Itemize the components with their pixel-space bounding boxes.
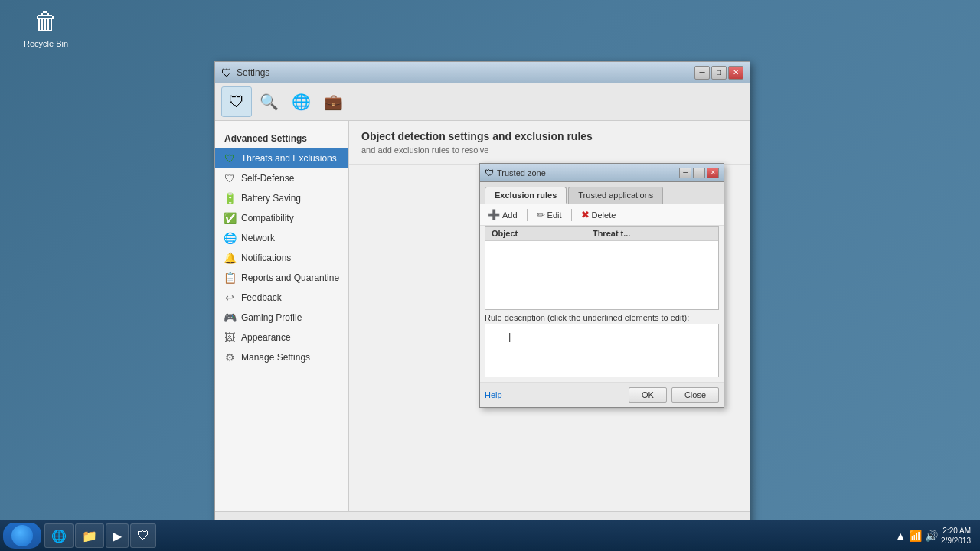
object-column-header: Object	[485, 227, 586, 241]
delete-button[interactable]: ✖ Delete	[578, 207, 619, 222]
sidebar-item-label: Notifications	[241, 253, 291, 263]
clock-time: 2:20 AM	[941, 526, 971, 536]
feedback-icon: ↩	[223, 292, 237, 304]
edit-icon: ✏	[537, 209, 545, 220]
settings-nav: Advanced Settings 🛡 Threats and Exclusio…	[215, 121, 349, 511]
exclusion-rules-table: Object Threat t...	[485, 226, 719, 310]
toolbar-shield-button[interactable]: 🛡	[221, 86, 252, 117]
settings-main: Object detection settings and exclusion …	[349, 121, 750, 511]
add-button[interactable]: ➕ Add	[485, 207, 521, 222]
dialog-help-link[interactable]: Help	[485, 390, 502, 399]
settings-header: Object detection settings and exclusion …	[349, 121, 750, 165]
taskbar-kaspersky[interactable]: 🛡	[130, 523, 156, 548]
taskbar-media[interactable]: ▶	[106, 523, 129, 548]
settings-toolbar: 🛡 🔍 🌐 💼	[215, 83, 750, 121]
appear-icon: 🖼	[223, 331, 237, 344]
settings-title-text: Settings	[237, 67, 694, 78]
network-icon: 🌐	[223, 232, 237, 244]
window-controls: ─ □ ✕	[694, 66, 743, 80]
reports-icon: 📋	[223, 272, 237, 284]
dialog-ok-button[interactable]: OK	[629, 387, 667, 403]
sidebar-item-notifications[interactable]: 🔔 Notifications	[215, 248, 348, 268]
sidebar-item-label: Reports and Quarantine	[241, 272, 339, 283]
rule-description-label: Rule description (click the underlined e…	[480, 310, 724, 324]
kaspersky-icon: 🛡	[137, 529, 149, 543]
sidebar-item-gaming[interactable]: 🎮 Gaming Profile	[215, 308, 348, 328]
dialog-action-toolbar: ➕ Add ✏ Edit ✖ Delete	[480, 204, 724, 226]
settings-titlebar: 🛡 Settings ─ □ ✕	[215, 62, 750, 83]
battery-icon: 🔋	[223, 192, 237, 204]
sidebar-item-reports[interactable]: 📋 Reports and Quarantine	[215, 268, 348, 288]
taskbar-ie[interactable]: 🌐	[44, 523, 74, 548]
text-cursor: |	[508, 331, 511, 342]
dialog-tabs: Exclusion rules Trusted applications	[480, 182, 724, 204]
settings-page-desc: and add exclusion rules to resolve	[361, 145, 737, 155]
dialog-close-dialog-button[interactable]: Close	[671, 387, 719, 403]
rule-description-box[interactable]: |	[485, 324, 719, 377]
system-clock[interactable]: 2:20 AM 2/9/2013	[941, 526, 971, 546]
sidebar-item-label: Compatibility	[241, 213, 294, 223]
taskbar-folder[interactable]: 📁	[75, 523, 104, 548]
table-empty-row	[485, 241, 718, 302]
settings-title-icon: 🛡	[221, 67, 232, 79]
sidebar-item-label: Feedback	[241, 292, 282, 303]
sidebar-item-threats[interactable]: 🛡 Threats and Exclusions	[215, 148, 348, 168]
sidebar-item-network[interactable]: 🌐 Network	[215, 228, 348, 248]
settings-content: Advanced Settings 🛡 Threats and Exclusio…	[215, 121, 750, 511]
tray-expand-icon[interactable]: ▲	[895, 530, 906, 542]
desktop: 🗑 Recycle Bin 🛡 Settings ─ □ ✕ 🛡 🔍 🌐 💼 A	[0, 0, 980, 551]
sidebar-item-label: Appearance	[241, 332, 291, 343]
ie-icon: 🌐	[51, 529, 67, 543]
sidebar-item-compatibility[interactable]: ✅ Compatibility	[215, 208, 348, 228]
recycle-bin-icon: 🗑	[34, 8, 58, 36]
taskbar: 🌐 📁 ▶ 🛡 ▲ 📶 🔊 2:20 AM 2/9/2013	[0, 520, 980, 551]
recycle-bin[interactable]: 🗑 Recycle Bin	[23, 8, 69, 48]
sidebar-item-battery[interactable]: 🔋 Battery Saving	[215, 188, 348, 208]
maximize-button[interactable]: □	[711, 66, 727, 80]
sidebar-item-label: Self-Defense	[241, 173, 294, 184]
sidebar-item-label: Threats and Exclusions	[241, 153, 337, 164]
taskbar-items: 🌐 📁 ▶ 🛡	[44, 523, 889, 548]
start-button[interactable]	[3, 523, 41, 549]
separator2	[571, 209, 572, 221]
dialog-title-text: Trusted zone	[497, 168, 679, 178]
toolbar-scan-button[interactable]: 🔍	[253, 86, 284, 117]
dialog-titlebar: 🛡 Trusted zone ─ □ ✕	[480, 164, 724, 182]
separator	[527, 209, 528, 221]
edit-button[interactable]: ✏ Edit	[534, 207, 565, 222]
nav-section-title: Advanced Settings	[215, 127, 348, 148]
sidebar-item-label: Manage Settings	[241, 352, 310, 363]
threat-column-header: Threat t...	[586, 227, 718, 241]
dialog-minimize-button[interactable]: ─	[679, 168, 691, 178]
compat-icon: ✅	[223, 212, 237, 224]
dialog-maximize-button[interactable]: □	[693, 168, 705, 178]
trusted-zone-dialog: 🛡 Trusted zone ─ □ ✕ Exclusion rules Tru…	[479, 163, 724, 408]
toolbar-license-button[interactable]: 💼	[318, 86, 348, 117]
dialog-title-icon: 🛡	[485, 168, 494, 178]
add-icon: ➕	[488, 209, 500, 220]
tray-network-icon[interactable]: 📶	[909, 530, 922, 542]
sidebar-item-selfdefense[interactable]: 🛡 Self-Defense	[215, 168, 348, 188]
rules-table: Object Threat t...	[485, 227, 718, 302]
tab-exclusion-rules[interactable]: Exclusion rules	[485, 187, 567, 204]
shield-icon: 🛡	[223, 152, 237, 165]
toolbar-update-button[interactable]: 🌐	[286, 86, 316, 117]
tray-volume-icon[interactable]: 🔊	[925, 530, 938, 542]
sidebar-item-feedback[interactable]: ↩ Feedback	[215, 288, 348, 308]
media-icon: ▶	[113, 529, 122, 543]
settings-window: 🛡 Settings ─ □ ✕ 🛡 🔍 🌐 💼 Advanced Settin…	[214, 61, 750, 546]
sidebar-item-label: Battery Saving	[241, 193, 301, 204]
selfdefense-icon: 🛡	[223, 172, 237, 184]
sidebar-item-manage[interactable]: ⚙ Manage Settings	[215, 347, 348, 367]
gaming-icon: 🎮	[223, 311, 237, 324]
tab-trusted-apps[interactable]: Trusted applications	[568, 187, 663, 204]
close-button[interactable]: ✕	[728, 66, 743, 80]
minimize-button[interactable]: ─	[694, 66, 710, 80]
dialog-controls: ─ □ ✕	[679, 168, 719, 178]
sidebar-item-appearance[interactable]: 🖼 Appearance	[215, 328, 348, 347]
notif-icon: 🔔	[223, 252, 237, 264]
folder-icon: 📁	[82, 529, 97, 543]
start-orb-icon	[11, 525, 33, 546]
manage-icon: ⚙	[223, 351, 237, 364]
dialog-close-button[interactable]: ✕	[707, 168, 719, 178]
